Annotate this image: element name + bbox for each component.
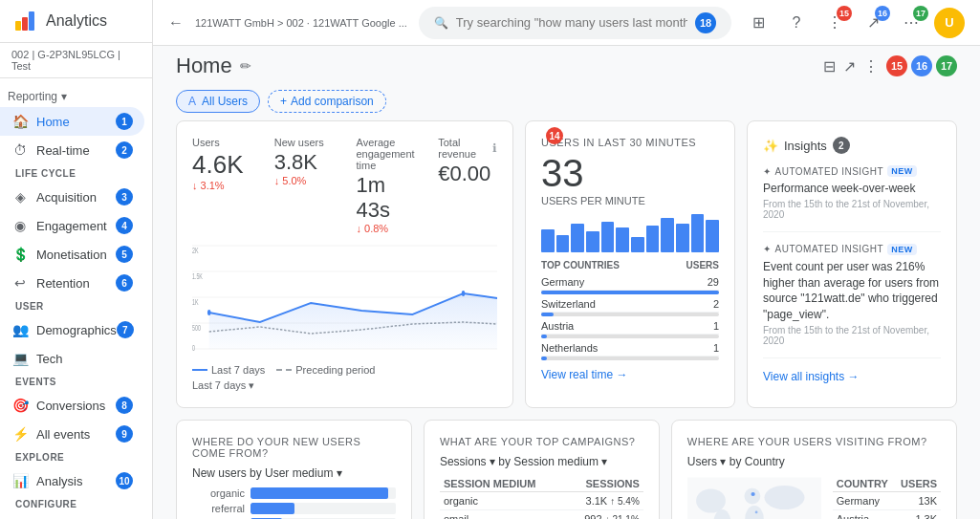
metric-users-change: ↓ 3.1% bbox=[192, 180, 251, 191]
view-all-insights-link[interactable]: View all insights → bbox=[763, 370, 941, 383]
country-col-header: COUNTRY bbox=[833, 476, 897, 492]
all-users-filter[interactable]: A All Users bbox=[176, 90, 260, 113]
share-icon[interactable]: ↗ 16 bbox=[858, 8, 888, 38]
realtime-title: USERS IN LAST 30 MINUTES bbox=[541, 137, 719, 148]
svg-point-17 bbox=[696, 488, 726, 512]
map-subtitle[interactable]: Users ▾ by Country bbox=[687, 455, 941, 468]
header-badge-15: 15 bbox=[886, 55, 907, 76]
sidebar-badge-conversions: 8 bbox=[116, 397, 133, 414]
sidebar-badge-analysis: 10 bbox=[116, 472, 133, 489]
new-users-subtitle[interactable]: New users by User medium ▾ bbox=[192, 466, 396, 480]
sidebar-item-tech[interactable]: 💻 Tech bbox=[0, 344, 144, 373]
engagement-icon: ◉ bbox=[11, 217, 29, 234]
insight-tag-2: ✦ AUTOMATED INSIGHT New bbox=[763, 244, 941, 255]
view-realtime-link[interactable]: View real time → bbox=[541, 368, 719, 381]
section-lifecycle: LIFE CYCLE bbox=[0, 164, 152, 183]
sidebar-item-realtime[interactable]: ⏱ Real-time 2 bbox=[0, 136, 144, 164]
col-medium: SESSION MEDIUM bbox=[440, 476, 565, 492]
reporting-label: Reporting bbox=[8, 90, 57, 103]
sidebar-badge-realtime: 2 bbox=[116, 141, 133, 159]
revenue-info-icon[interactable]: ℹ bbox=[492, 141, 497, 155]
compare-icon[interactable]: ⊟ bbox=[823, 57, 836, 76]
country-row-switzerland: Switzerland2 bbox=[541, 296, 719, 316]
svg-text:1.5K: 1.5K bbox=[192, 270, 203, 281]
sidebar-item-all-events[interactable]: ⚡ All events 9 bbox=[0, 420, 144, 448]
dashboard: Users 4.6K ↓ 3.1% New users 3.8K ↓ 5.0% bbox=[153, 120, 980, 519]
sidebar-item-demographics[interactable]: 👥 Demographics 7 bbox=[0, 315, 144, 344]
sessions-table: SESSION MEDIUM SESSIONS organic 3.1K ↑ 5… bbox=[440, 476, 643, 519]
more-icon[interactable]: ⋯ 17 bbox=[896, 8, 926, 38]
sidebar-item-monetisation[interactable]: 💲 Monetisation 5 bbox=[0, 240, 144, 269]
sidebar-item-engagement[interactable]: ◉ Engagement 4 bbox=[0, 211, 144, 240]
account-label: 002 | G-2P3NL95LCG | Test bbox=[0, 43, 152, 78]
svg-text:0: 0 bbox=[192, 342, 195, 353]
all-events-icon: ⚡ bbox=[11, 425, 29, 443]
campaigns-section-title: WHAT ARE YOUR TOP CAMPAIGNS? bbox=[440, 436, 643, 447]
main-content: ← 121WATT GmbH > 002 · 121WATT Google ..… bbox=[153, 0, 980, 519]
auto-icon-2: ✦ bbox=[763, 244, 772, 254]
demographics-icon: 👥 bbox=[11, 321, 29, 338]
notif-badge-15: 15 bbox=[837, 6, 852, 21]
date-range-selector[interactable]: Last 7 days ▾ bbox=[192, 379, 497, 392]
svg-text:1K: 1K bbox=[192, 296, 199, 307]
country-row-austria: Austria1 bbox=[541, 318, 719, 338]
metric-new-users-change: ↓ 5.0% bbox=[274, 175, 334, 186]
new-users-section-title: WHERE DO YOUR NEW USERS COME FROM? bbox=[192, 436, 396, 459]
realtime-sub: USERS PER MINUTE bbox=[541, 195, 719, 206]
session-row-email: email 992 ↓ 21.1% bbox=[440, 510, 643, 520]
reporting-tab[interactable]: Reporting ▾ bbox=[0, 86, 152, 107]
metric-revenue-value: €0.00 bbox=[438, 162, 497, 186]
sidebar-item-analysis[interactable]: 📊 Analysis 10 bbox=[0, 466, 144, 495]
edit-icon[interactable]: ✏ bbox=[240, 58, 251, 74]
country-row-germany: Germany29 bbox=[541, 274, 719, 294]
metric-users-label: Users bbox=[192, 137, 251, 148]
chart-legend: Last 7 days Preceding period bbox=[192, 364, 497, 376]
add-comparison-button[interactable]: + Add comparison bbox=[268, 90, 386, 113]
search-icon: 🔍 bbox=[434, 16, 448, 30]
sidebar-label-engagement: Engagement bbox=[36, 219, 116, 233]
share-header-icon[interactable]: ↗ bbox=[843, 57, 856, 76]
header-badge-16: 16 bbox=[911, 55, 932, 76]
svg-rect-1 bbox=[22, 17, 28, 31]
insight-date-1: From the 15th to the 21st of November, 2… bbox=[763, 199, 941, 220]
avatar[interactable]: U bbox=[934, 8, 965, 38]
sidebar-label-realtime: Real-time bbox=[36, 143, 116, 158]
sidebar-badge-monetisation: 5 bbox=[116, 246, 133, 263]
sidebar-item-audiences[interactable]: 🎪 Audiences 11 bbox=[0, 513, 144, 519]
sidebar-item-home[interactable]: 🏠 Home 1 bbox=[0, 107, 144, 136]
metrics-row: Users 4.6K ↓ 3.1% New users 3.8K ↓ 5.0% bbox=[192, 137, 497, 234]
sidebar-item-conversions[interactable]: 🎯 Conversions 8 bbox=[0, 391, 144, 420]
search-input[interactable] bbox=[456, 15, 687, 30]
metric-engagement-change: ↓ 0.8% bbox=[357, 223, 416, 234]
notification-icon[interactable]: ⋮ 15 bbox=[819, 8, 850, 38]
sidebar-badge-acquisition: 3 bbox=[116, 188, 133, 205]
line-chart: 2K 1.5K 1K 500 0 bbox=[192, 246, 497, 360]
realtime-bar-chart bbox=[541, 214, 719, 252]
hbar-referral: referral bbox=[192, 503, 396, 514]
bottom-cards-row: WHERE DO YOUR NEW USERS COME FROM? New u… bbox=[176, 420, 957, 519]
new-users-hbar-chart: organic referral cpc (none) bbox=[192, 487, 396, 519]
menu-header-icon[interactable]: ⋮ bbox=[863, 57, 879, 76]
legend-prev-line bbox=[276, 369, 292, 371]
search-badge: 18 bbox=[695, 12, 716, 33]
topbar-icons: ⊞ ? ⋮ 15 ↗ 16 ⋯ 17 U bbox=[743, 8, 965, 38]
insight-tag-1: ✦ AUTOMATED INSIGHT New bbox=[763, 165, 941, 177]
sidebar-item-acquisition[interactable]: ◈ Acquisition 3 bbox=[0, 183, 144, 211]
sidebar-label-home: Home bbox=[36, 115, 116, 129]
campaigns-subtitle[interactable]: Sessions ▾ by Session medium ▾ bbox=[440, 455, 643, 468]
section-user: USER bbox=[0, 297, 152, 315]
reporting-chevron: ▾ bbox=[61, 90, 67, 103]
app-title: Analytics bbox=[46, 12, 107, 30]
metric-users-value: 4.6K bbox=[192, 150, 251, 180]
apps-icon[interactable]: ⊞ bbox=[743, 8, 773, 38]
sidebar-badge-retention: 6 bbox=[116, 274, 133, 292]
filter-bar: A All Users + Add comparison bbox=[153, 86, 980, 120]
world-map bbox=[687, 476, 821, 519]
sidebar-item-retention[interactable]: ↩ Retention 6 bbox=[0, 269, 144, 297]
map-row-germany: Germany13K bbox=[833, 492, 941, 510]
insight-text-2: Event count per user was 216% higher tha… bbox=[763, 259, 941, 323]
header-badges: 15 16 17 bbox=[886, 55, 957, 76]
back-icon[interactable]: ← bbox=[168, 14, 184, 32]
svg-point-24 bbox=[754, 511, 757, 514]
help-icon[interactable]: ? bbox=[781, 8, 812, 38]
